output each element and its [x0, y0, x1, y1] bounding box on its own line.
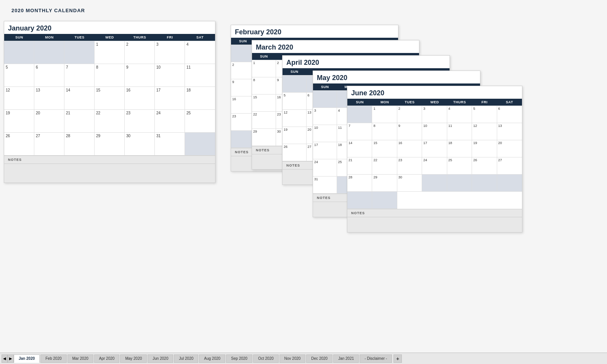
tab-disclaimer[interactable]: - Disclaimer -	[360, 354, 392, 363]
tab-nav-right[interactable]: ▶	[8, 354, 14, 363]
app-container: 2020 MONTHLY CALENDAR January 2020 SUN M…	[0, 0, 607, 364]
jan-d15: 15	[95, 87, 125, 110]
february-title: February 2020	[231, 25, 398, 38]
april-title: April 2020	[283, 56, 450, 68]
june-grid: 1 2 3 4 5 6 7 8 9 10 11 12 13 14 15 16 1…	[347, 106, 522, 209]
jan-d6: 6	[34, 64, 64, 87]
main-content: 2020 MONTHLY CALENDAR January 2020 SUN M…	[0, 0, 607, 353]
jan-d4: 4	[185, 41, 215, 64]
jan-d9: 9	[125, 64, 155, 87]
tab-add-button[interactable]: +	[393, 354, 402, 363]
tab-sep-2020[interactable]: Sep 2020	[226, 354, 252, 363]
jan-hdr-sun: SUN	[4, 34, 34, 41]
jan-d19: 19	[4, 110, 34, 133]
jan-d-empty3	[64, 41, 95, 64]
jan-d20: 20	[34, 110, 64, 133]
june-header: SUN MON TUES WED THURS FRI SAT	[347, 99, 522, 106]
jan-d11: 11	[185, 64, 215, 87]
tab-apr-2020[interactable]: Apr 2020	[94, 354, 120, 363]
calendar-january: January 2020 SUN MON TUES WED THURS FRI …	[4, 21, 215, 183]
june-notes-area	[347, 217, 522, 232]
jan-d12: 12	[4, 87, 34, 110]
january-header: SUN MON TUES WED THURS FRI SAT	[4, 34, 215, 41]
jan-d27: 27	[34, 133, 64, 156]
june-notes: NOTES	[347, 209, 522, 217]
jan-d16: 16	[125, 87, 155, 110]
jan-d24: 24	[155, 110, 185, 133]
tab-aug-2020[interactable]: Aug 2020	[199, 354, 225, 363]
tab-bar: ◀ ▶ Jan 2020 Feb 2020 Mar 2020 Apr 2020 …	[0, 353, 607, 364]
jan-d10: 10	[155, 64, 185, 87]
jan-d26: 26	[4, 133, 34, 156]
jan-d1: 1	[95, 41, 125, 64]
page-title: 2020 MONTHLY CALENDAR	[11, 8, 596, 13]
jan-hdr-thu: THURS	[125, 34, 155, 41]
tab-feb-2020[interactable]: Feb 2020	[40, 354, 66, 363]
jan-d29: 29	[95, 133, 125, 156]
jan-hdr-sat: SAT	[185, 34, 215, 41]
jan-d30: 30	[125, 133, 155, 156]
jan-d17: 17	[155, 87, 185, 110]
tab-jan-2020[interactable]: Jan 2020	[14, 354, 40, 363]
tab-mar-2020[interactable]: Mar 2020	[67, 354, 93, 363]
jan-d-empty2	[34, 41, 64, 64]
jan-d2: 2	[125, 41, 155, 64]
jan-d28: 28	[64, 133, 95, 156]
jan-d22: 22	[95, 110, 125, 133]
tab-jun-2020[interactable]: Jun 2020	[148, 354, 173, 363]
tab-nav-left[interactable]: ◀	[2, 354, 8, 363]
jan-hdr-mon: MON	[34, 34, 64, 41]
tab-nov-2020[interactable]: Nov 2020	[279, 354, 306, 363]
jan-d23: 23	[125, 110, 155, 133]
may-title: May 2020	[313, 71, 480, 83]
jan-d-end	[185, 133, 215, 156]
jan-d8: 8	[95, 64, 125, 87]
jan-d25: 25	[185, 110, 215, 133]
january-title: January 2020	[4, 21, 215, 34]
jan-d31: 31	[155, 133, 185, 156]
jan-d3: 3	[155, 41, 185, 64]
january-notes: NOTES	[4, 156, 215, 164]
calendar-june: June 2020 SUN MON TUES WED THURS FRI SAT…	[347, 86, 522, 233]
jan-d-empty1	[4, 41, 34, 64]
jan-d13: 13	[34, 87, 64, 110]
tab-jul-2020[interactable]: Jul 2020	[174, 354, 198, 363]
january-notes-area	[4, 164, 215, 183]
march-title: March 2020	[252, 40, 419, 53]
june-title: June 2020	[347, 86, 522, 99]
jan-d5: 5	[4, 64, 34, 87]
tab-jan-2021[interactable]: Jan 2021	[333, 354, 359, 363]
jan-hdr-fri: FRI	[155, 34, 185, 41]
jan-d21: 21	[64, 110, 95, 133]
jan-d18: 18	[185, 87, 215, 110]
jan-d14: 14	[64, 87, 95, 110]
jan-hdr-tue: TUES	[64, 34, 95, 41]
january-grid: 1 2 3 4 5 6 7 8 9 10 11 12 13 14 15 16 1…	[4, 41, 215, 156]
jan-hdr-wed: WED	[95, 34, 125, 41]
tab-dec-2020[interactable]: Dec 2020	[306, 354, 332, 363]
tab-may-2020[interactable]: May 2020	[120, 354, 147, 363]
jan-d7: 7	[64, 64, 95, 87]
tab-oct-2020[interactable]: Oct 2020	[253, 354, 279, 363]
